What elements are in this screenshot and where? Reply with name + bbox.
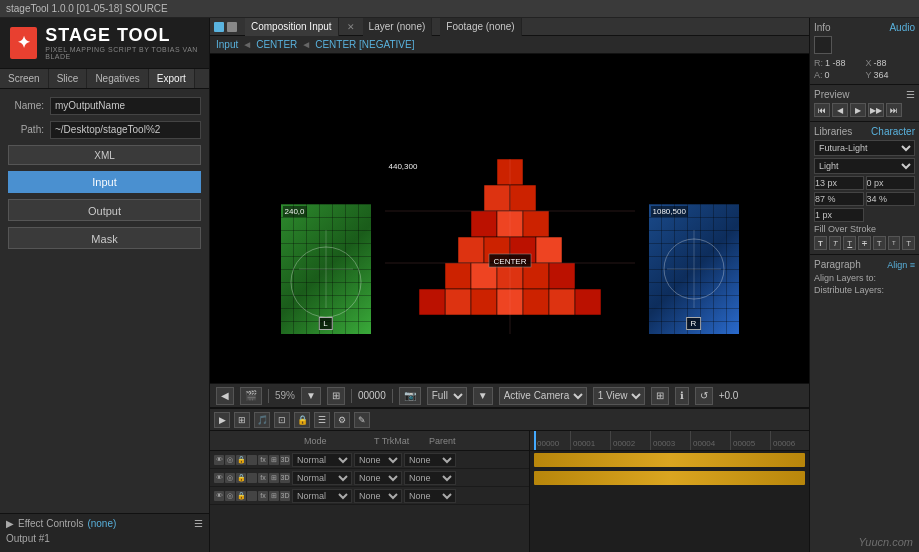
style-under[interactable]: T	[843, 236, 856, 250]
input-button[interactable]: Input	[8, 171, 201, 193]
style-bold[interactable]: T	[814, 236, 827, 250]
svg-rect-8	[523, 211, 549, 237]
tab-negatives[interactable]: Negatives	[87, 69, 148, 88]
layer-1-mode[interactable]: Normal	[292, 453, 352, 467]
tl-btn-5[interactable]: 🔒	[294, 412, 310, 428]
tl-btn-2[interactable]: ⊞	[234, 412, 250, 428]
viewer-info-btn[interactable]: ℹ	[675, 387, 689, 405]
layer-3-fx[interactable]: fx	[258, 491, 268, 501]
layer-2-lock[interactable]: 🔒	[236, 473, 246, 483]
y-label: Y	[866, 70, 872, 80]
layer-3-solo[interactable]: ◎	[225, 491, 235, 501]
layer-3-eye[interactable]: 👁	[214, 491, 224, 501]
audio-tab[interactable]: Audio	[889, 22, 915, 33]
output-button[interactable]: Output	[8, 199, 201, 221]
track-bar-2[interactable]	[534, 471, 805, 485]
tab-export[interactable]: Export	[149, 69, 195, 88]
layer-3-motion[interactable]: ⊞	[269, 491, 279, 501]
tick-2: 00002	[610, 431, 635, 450]
scale-h-input[interactable]	[866, 192, 916, 206]
layer-1-solo[interactable]: ◎	[225, 455, 235, 465]
layer-3-lock[interactable]: 🔒	[236, 491, 246, 501]
tl-btn-1[interactable]: ▶	[214, 412, 230, 428]
font-size-input[interactable]	[814, 176, 864, 190]
comp-tab-close[interactable]: ✕	[347, 22, 355, 32]
preview-menu[interactable]: ☰	[906, 89, 915, 100]
tl-btn-4[interactable]: ⊡	[274, 412, 290, 428]
layer-1-eye[interactable]: 👁	[214, 455, 224, 465]
character-tab[interactable]: Character	[871, 126, 915, 137]
layer-3-parent[interactable]: None	[404, 489, 456, 503]
preview-skip-fwd[interactable]: ⏭	[886, 103, 902, 117]
viewer-grid-btn[interactable]: ⊞	[651, 387, 669, 405]
leading-input[interactable]	[814, 208, 864, 222]
xml-button[interactable]: XML	[8, 145, 201, 165]
kern-input[interactable]	[866, 176, 916, 190]
layer-1-3d[interactable]: 3D	[280, 455, 290, 465]
preview-play[interactable]: ▶	[850, 103, 866, 117]
zoom-btn[interactable]: ▼	[301, 387, 321, 405]
layer-2-motion[interactable]: ⊞	[269, 473, 279, 483]
preview-skip-back[interactable]: ⏮	[814, 103, 830, 117]
timeline-header: Mode T TrkMat Parent	[210, 431, 529, 451]
tl-btn-3[interactable]: 🎵	[254, 412, 270, 428]
layer-2-solo[interactable]: ◎	[225, 473, 235, 483]
layer-2-eye[interactable]: 👁	[214, 473, 224, 483]
libraries-label[interactable]: Libraries	[814, 126, 852, 137]
tl-btn-8[interactable]: ✎	[354, 412, 370, 428]
layer-3-3d[interactable]: 3D	[280, 491, 290, 501]
preview-title: Preview ☰	[814, 89, 915, 100]
path-input[interactable]	[50, 121, 201, 139]
layer-3-trkmat[interactable]: None	[354, 489, 402, 503]
comp-tab-footage[interactable]: Footage (none)	[440, 18, 521, 36]
style-strike[interactable]: T	[858, 236, 871, 250]
layer-2-fx[interactable]: fx	[258, 473, 268, 483]
comp-view-left: 240,0 L	[281, 204, 371, 334]
mask-button[interactable]: Mask	[8, 227, 201, 249]
effect-controls-menu[interactable]: ☰	[194, 518, 203, 529]
name-input[interactable]	[50, 97, 201, 115]
layer-1-lock[interactable]: 🔒	[236, 455, 246, 465]
view-count-select[interactable]: 1 View	[593, 387, 645, 405]
paragraph-align-tab[interactable]: Align ≡	[887, 260, 915, 270]
camera-select[interactable]: Active Camera	[499, 387, 587, 405]
breadcrumb-input[interactable]: Input	[216, 39, 238, 50]
layer-2-3d[interactable]: 3D	[280, 473, 290, 483]
info-a: A: 0	[814, 70, 864, 80]
style-italic[interactable]: T	[829, 236, 842, 250]
viewer-btn-left[interactable]: ◀	[216, 387, 234, 405]
scale-v-input[interactable]	[814, 192, 864, 206]
layer-2-trkmat[interactable]: None	[354, 471, 402, 485]
tab-slice[interactable]: Slice	[49, 69, 88, 88]
tab-screen[interactable]: Screen	[0, 69, 49, 88]
camera-btn[interactable]: 📷	[399, 387, 421, 405]
layer-1-trkmat[interactable]: None	[354, 453, 402, 467]
viewer-reset-btn[interactable]: ↺	[695, 387, 713, 405]
style-select[interactable]: Light	[814, 158, 915, 174]
playhead[interactable]	[534, 431, 536, 450]
comp-tab-layer[interactable]: Layer (none)	[363, 18, 433, 36]
quality-select[interactable]: Full Half	[427, 387, 467, 405]
comp-tab-input[interactable]: Composition Input	[245, 18, 339, 36]
preview-step-fwd[interactable]: ▶▶	[868, 103, 884, 117]
viewer-btn-cam[interactable]: 🎬	[240, 387, 262, 405]
style-allcaps[interactable]: T	[873, 236, 886, 250]
viewer-fit-btn[interactable]: ⊞	[327, 387, 345, 405]
layer-2-parent[interactable]: None	[404, 471, 456, 485]
preview-step-back[interactable]: ◀	[832, 103, 848, 117]
layer-3-mode[interactable]: Normal	[292, 489, 352, 503]
font-select[interactable]: Futura-Light	[814, 140, 915, 156]
layer-1-motion[interactable]: ⊞	[269, 455, 279, 465]
style-super[interactable]: T	[902, 236, 915, 250]
track-bar-1[interactable]	[534, 453, 805, 467]
layer-1-parent[interactable]: None	[404, 453, 456, 467]
style-small[interactable]: T	[888, 236, 901, 250]
breadcrumb-center[interactable]: CENTER	[256, 39, 297, 50]
layer-2-mode[interactable]: Normal	[292, 471, 352, 485]
tl-btn-6[interactable]: ☰	[314, 412, 330, 428]
pyramid-svg: CENTER	[385, 159, 635, 334]
layer-1-fx[interactable]: fx	[258, 455, 268, 465]
view-mode-btn[interactable]: ▼	[473, 387, 493, 405]
tl-btn-7[interactable]: ⚙	[334, 412, 350, 428]
breadcrumb-center-neg[interactable]: CENTER [NEGATIVE]	[315, 39, 414, 50]
